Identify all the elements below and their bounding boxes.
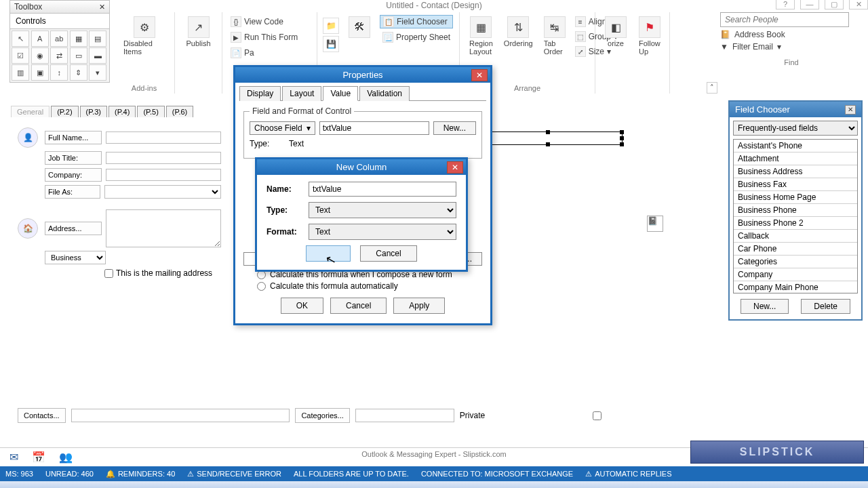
- tab-p6[interactable]: (P.6): [166, 106, 193, 117]
- folder-icon[interactable]: 📁: [323, 18, 339, 34]
- followup-button[interactable]: ⚑Follow Up: [635, 15, 665, 57]
- toolbox-close-icon[interactable]: ✕: [99, 3, 105, 12]
- address-input[interactable]: [106, 209, 221, 247]
- list-item[interactable]: Attachment: [734, 152, 857, 165]
- toggle-icon[interactable]: ⇄: [50, 47, 68, 64]
- cmd-icon[interactable]: ▬: [89, 47, 106, 64]
- field-chooser-close-icon[interactable]: ✕: [845, 105, 856, 115]
- job-title-input[interactable]: [106, 152, 221, 164]
- list-item[interactable]: Car Phone: [734, 243, 857, 256]
- tab-validation[interactable]: Validation: [359, 86, 410, 101]
- contacts-button[interactable]: Contacts...: [18, 408, 66, 423]
- new-column-close-icon[interactable]: ✕: [447, 161, 463, 174]
- tab-p4[interactable]: (P.4): [108, 106, 136, 117]
- categories-button[interactable]: Categories...: [295, 408, 349, 423]
- ok-button[interactable]: OK: [281, 298, 323, 314]
- list-item[interactable]: Business Phone: [734, 204, 857, 217]
- column-name-input[interactable]: [309, 182, 456, 197]
- full-name-button[interactable]: Full Name...: [45, 131, 102, 144]
- list-item[interactable]: Business Address: [734, 165, 857, 178]
- disabled-items-button[interactable]: ⚙Disabled Items: [119, 15, 169, 57]
- view-code-button[interactable]: {}View Code: [228, 15, 311, 28]
- list-item[interactable]: Business Phone 2: [734, 217, 857, 230]
- tab-value[interactable]: Value: [323, 86, 358, 101]
- tab-display[interactable]: Display: [239, 86, 281, 101]
- apply-button[interactable]: Apply: [393, 298, 445, 314]
- private-checkbox[interactable]: [490, 411, 704, 420]
- minimize-icon[interactable]: —: [800, 0, 819, 9]
- selected-textbox-control[interactable]: [473, 131, 623, 145]
- search-people-input[interactable]: [720, 12, 849, 27]
- window-title: Untitled - Contact (Design): [386, 1, 481, 10]
- scrollbar-icon[interactable]: ↕: [50, 64, 68, 81]
- tools-button[interactable]: 🛠: [344, 15, 374, 52]
- contacts-input[interactable]: [71, 409, 290, 422]
- field-delete-button[interactable]: Delete: [801, 299, 850, 314]
- company-input[interactable]: [106, 169, 221, 181]
- frame-icon[interactable]: ▭: [70, 47, 87, 64]
- list-item[interactable]: Business Home Page: [734, 191, 857, 204]
- field-list[interactable]: Assistant's Phone Attachment Business Ad…: [733, 139, 858, 293]
- page-button[interactable]: 📄Pa: [228, 46, 311, 60]
- combo-icon[interactable]: ▦: [70, 30, 87, 47]
- properties-close-icon[interactable]: ✕: [471, 69, 488, 81]
- list-item[interactable]: Categories: [734, 256, 857, 268]
- checkbox-icon[interactable]: ☑: [12, 47, 29, 64]
- newcol-ok-button[interactable]: [306, 245, 351, 262]
- list-item[interactable]: Company Main Phone: [734, 281, 857, 293]
- field-category-select[interactable]: Frequently-used fields: [733, 121, 858, 136]
- address-book-button[interactable]: 📔Address Book: [720, 30, 863, 39]
- property-sheet-button[interactable]: 📃Property Sheet: [380, 30, 453, 44]
- field-chooser-button[interactable]: 📋Field Chooser: [380, 15, 453, 28]
- close-icon[interactable]: ✕: [849, 0, 868, 9]
- full-name-input[interactable]: [106, 131, 221, 144]
- column-type-select[interactable]: Text: [309, 202, 456, 218]
- choose-field-dropdown[interactable]: Choose Field ▾: [250, 121, 315, 135]
- ribbon-collapse-icon[interactable]: ˄: [707, 82, 717, 94]
- list-item[interactable]: Business Fax: [734, 178, 857, 191]
- region-layout-button[interactable]: ▦Region Layout: [465, 15, 497, 58]
- run-form-button[interactable]: ▶Run This Form: [228, 30, 311, 44]
- ordering-button[interactable]: ⇅Ordering: [500, 15, 537, 58]
- tab-order-button[interactable]: ↹Tab Order: [540, 15, 570, 58]
- new-field-button[interactable]: New...: [433, 121, 476, 135]
- field-name-input[interactable]: [319, 121, 429, 135]
- bell-icon: 🔔: [106, 470, 115, 479]
- option-icon[interactable]: ◉: [31, 47, 49, 64]
- maximize-icon[interactable]: ▢: [825, 0, 844, 9]
- label-icon[interactable]: A: [31, 30, 49, 47]
- calc-auto-radio[interactable]: [257, 282, 266, 291]
- address-button[interactable]: Address...: [45, 222, 102, 235]
- save-icon[interactable]: 💾: [323, 36, 339, 52]
- tab-general[interactable]: General: [11, 106, 50, 117]
- tab-p3[interactable]: (P.3): [80, 106, 107, 117]
- field-new-button[interactable]: New...: [741, 299, 789, 314]
- list-item[interactable]: Assistant's Phone: [734, 140, 857, 152]
- type-label: Type:: [250, 139, 285, 148]
- list-item[interactable]: Company: [734, 268, 857, 281]
- column-format-select[interactable]: Text: [309, 224, 456, 240]
- categories-input[interactable]: [355, 409, 454, 422]
- mailing-checkbox[interactable]: [104, 269, 113, 278]
- categorize-button[interactable]: ◧orize: [601, 15, 631, 57]
- tab-layout[interactable]: Layout: [282, 86, 321, 101]
- multipage-icon[interactable]: ▣: [31, 64, 49, 81]
- list-item[interactable]: Callback: [734, 230, 857, 243]
- file-as-select[interactable]: [104, 185, 221, 199]
- cancel-button[interactable]: Cancel: [330, 298, 387, 314]
- filter-email-button[interactable]: ▼Filter Email▾: [720, 42, 863, 52]
- newcol-cancel-button[interactable]: Cancel: [360, 245, 416, 262]
- pointer-icon[interactable]: ↖: [12, 30, 29, 47]
- tab-p2[interactable]: (P.2): [51, 106, 78, 117]
- publish-button[interactable]: ↗Publish: [180, 15, 216, 49]
- textbox-icon[interactable]: ab: [50, 30, 68, 47]
- spin-icon[interactable]: ⇕: [70, 64, 87, 81]
- list-icon[interactable]: ▤: [89, 30, 106, 47]
- notes-icon[interactable]: 📓: [647, 216, 663, 232]
- address-type-select[interactable]: Business: [45, 251, 106, 264]
- image-icon[interactable]: ▾: [89, 64, 106, 81]
- help-icon[interactable]: ?: [776, 0, 795, 9]
- tabstrip-icon[interactable]: ▥: [12, 64, 29, 81]
- tab-p5[interactable]: (P.5): [137, 106, 164, 117]
- avatar-icon: 👤: [18, 127, 38, 148]
